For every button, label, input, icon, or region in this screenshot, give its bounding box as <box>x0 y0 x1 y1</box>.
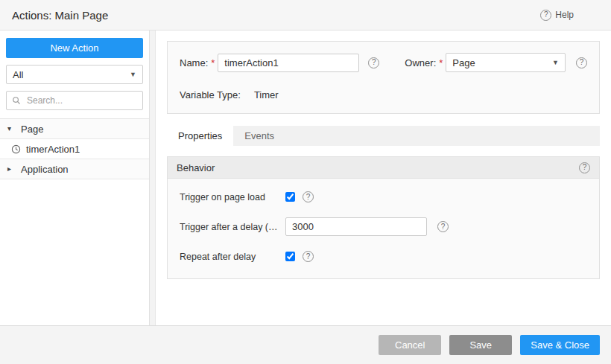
sidebar-controls: New Action All ▼ <box>0 31 149 115</box>
variable-type-value: Timer <box>254 89 279 100</box>
behavior-section-body: Trigger on page load Trigger after a del… <box>168 179 599 278</box>
save-and-close-button[interactable]: Save & Close <box>520 335 600 355</box>
footer: Cancel Save Save & Close <box>0 325 611 364</box>
trigger-on-page-load-help-icon[interactable] <box>303 191 314 202</box>
help-button[interactable]: Help <box>540 10 574 21</box>
trigger-on-page-load-checkbox[interactable] <box>285 192 295 202</box>
actions-editor-window: Actions: Main Page Help New Action All ▼ <box>0 0 611 364</box>
save-button[interactable]: Save <box>449 335 512 355</box>
help-label: Help <box>555 10 574 20</box>
search-icon <box>12 96 21 105</box>
tree-item-label: Application <box>21 164 69 175</box>
sidebar-scrollbar[interactable] <box>149 31 156 325</box>
tree-item-label: timerAction1 <box>26 144 80 155</box>
search-input[interactable] <box>25 95 137 106</box>
tree-item-application[interactable]: ▸ Application <box>0 159 149 179</box>
repeat-after-delay-row: Repeat after delay <box>180 251 587 262</box>
trigger-delay-help-icon[interactable] <box>437 221 449 232</box>
name-input[interactable] <box>218 54 359 72</box>
repeat-after-delay-help-icon[interactable] <box>303 251 314 262</box>
behavior-help-icon[interactable] <box>579 162 590 173</box>
name-label: Name: <box>180 57 208 68</box>
filter-dropdown-value: All <box>13 69 23 80</box>
name-owner-row: Name: * Owner: * Page ▼ <box>180 53 587 72</box>
required-marker: * <box>439 57 443 68</box>
tab-bar: Properties Events <box>167 126 600 146</box>
action-tree: ▾ Page timerAction1 ▸ Application <box>0 118 149 179</box>
owner-select[interactable]: Page ▼ <box>446 53 566 72</box>
page-title: Actions: Main Page <box>12 9 108 22</box>
trigger-delay-input[interactable] <box>285 217 427 236</box>
chevron-down-icon: ▼ <box>552 59 559 66</box>
tab-events[interactable]: Events <box>233 126 285 146</box>
tree-item-label: Page <box>21 124 43 135</box>
cancel-button[interactable]: Cancel <box>379 335 441 355</box>
behavior-section-header: Behavior <box>168 157 599 179</box>
variable-type-row: Variable Type: Timer <box>180 89 587 100</box>
tab-properties[interactable]: Properties <box>167 126 233 146</box>
caret-right-icon[interactable]: ▸ <box>7 165 16 173</box>
new-action-button[interactable]: New Action <box>6 38 143 58</box>
behavior-title: Behavior <box>177 162 215 173</box>
repeat-after-delay-checkbox[interactable] <box>285 252 295 261</box>
tree-item-page[interactable]: ▾ Page <box>0 119 149 139</box>
action-form-panel: Name: * Owner: * Page ▼ Variable Type: T… <box>167 41 600 114</box>
trigger-delay-label: Trigger after a delay (milliseconds) <box>180 222 284 232</box>
main-panel: Name: * Owner: * Page ▼ Variable Type: T… <box>156 31 611 325</box>
owner-label: Owner: <box>405 57 436 68</box>
owner-help-icon[interactable] <box>576 57 587 68</box>
caret-down-icon[interactable]: ▾ <box>7 125 16 132</box>
owner-select-value: Page <box>452 57 475 68</box>
filter-dropdown[interactable]: All ▼ <box>6 65 143 84</box>
header: Actions: Main Page Help <box>0 0 611 31</box>
behavior-section: Behavior Trigger on page load Trigger af… <box>167 156 600 279</box>
tree-item-timer-action[interactable]: timerAction1 <box>0 139 149 159</box>
variable-type-label: Variable Type: <box>180 89 241 100</box>
clock-icon <box>11 144 21 154</box>
sidebar: New Action All ▼ ▾ Page <box>0 31 149 325</box>
repeat-after-delay-label: Repeat after delay <box>180 252 284 262</box>
trigger-delay-row: Trigger after a delay (milliseconds) <box>180 217 587 236</box>
help-icon <box>540 10 551 21</box>
content-area: New Action All ▼ ▾ Page <box>0 31 611 325</box>
trigger-on-page-load-row: Trigger on page load <box>180 191 587 202</box>
search-box <box>6 91 143 110</box>
name-help-icon[interactable] <box>368 57 379 68</box>
chevron-down-icon: ▼ <box>130 71 136 78</box>
required-marker: * <box>211 57 215 68</box>
trigger-on-page-load-label: Trigger on page load <box>180 192 284 202</box>
